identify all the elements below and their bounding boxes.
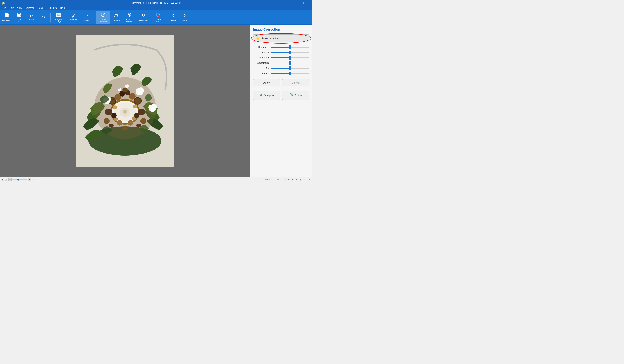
- save-icon: [17, 12, 22, 18]
- brightness-row: Brightness: [253, 46, 309, 48]
- denoise-button[interactable]: Denoise: [110, 11, 122, 24]
- tint-label: Tint: [253, 67, 269, 69]
- settings-icon[interactable]: ⚙: [309, 178, 311, 181]
- brightness-slider[interactable]: [271, 47, 309, 47]
- soften-button[interactable]: Soften: [282, 91, 309, 100]
- denoise-icon: [114, 13, 119, 19]
- svg-point-13: [117, 15, 118, 16]
- menu-tools[interactable]: Tools: [36, 6, 45, 10]
- svg-point-66: [122, 126, 128, 131]
- colorize-icon: [155, 12, 160, 18]
- save-as-button[interactable]: Saveas...: [14, 11, 25, 24]
- menu-file[interactable]: File: [1, 6, 8, 10]
- svg-point-61: [111, 113, 117, 118]
- tint-slider[interactable]: [271, 68, 309, 69]
- tint-row: Tint: [253, 67, 309, 69]
- soften-label: Soften: [294, 94, 302, 97]
- auto-correction-button[interactable]: ⭐ Auto correction: [253, 34, 309, 42]
- share-icon[interactable]: ↑: [300, 179, 301, 181]
- svg-point-56: [125, 85, 127, 87]
- photo-container: [76, 35, 174, 166]
- svg-point-38: [128, 120, 133, 126]
- svg-point-39: [113, 106, 117, 109]
- gamma-label: Gamma: [253, 72, 269, 75]
- redo-button[interactable]: ↪: [38, 11, 49, 24]
- menu-help[interactable]: Help: [59, 6, 67, 10]
- svg-rect-7: [56, 13, 61, 17]
- canvas-area[interactable]: [0, 25, 250, 177]
- save-as-label: Saveas...: [17, 19, 22, 23]
- time-label: Time (s): 0.1: [262, 179, 274, 181]
- cancel-button[interactable]: Cancel: [282, 79, 309, 86]
- image-correction-button[interactable]: ImageCorrection: [96, 11, 110, 24]
- zoom-out-button[interactable]: −: [8, 178, 12, 181]
- effect-buttons: Sharpen Soften: [253, 91, 309, 100]
- minimize-button[interactable]: ─: [296, 1, 300, 5]
- sharpen-icon: [259, 93, 263, 97]
- menu-edit[interactable]: Edit: [8, 6, 15, 10]
- menu-softorbits[interactable]: SoftOrbits: [45, 6, 58, 10]
- window-controls: ─ □ ✕: [296, 1, 311, 5]
- zoom-slider[interactable]: [12, 179, 27, 180]
- sharpen-label: Sharpen: [264, 94, 274, 97]
- maximize-button[interactable]: □: [301, 1, 305, 5]
- menu-view[interactable]: View: [15, 6, 24, 10]
- retouching-button[interactable]: Retouching: [137, 11, 151, 24]
- temperature-row: Temperature: [253, 62, 309, 64]
- view-icon-2[interactable]: ⊡: [5, 178, 7, 181]
- svg-point-58: [119, 88, 121, 90]
- reduce-blurring-label: Reduceblurring: [126, 19, 132, 23]
- next-button[interactable]: Next: [179, 11, 191, 24]
- remove-button[interactable]: 🖌 Remove: [68, 11, 79, 24]
- remove-label: Remove: [70, 19, 77, 21]
- soften-icon: [289, 93, 293, 97]
- toolbar-separator-2: [67, 13, 67, 22]
- undo-label: Undo: [29, 19, 34, 21]
- svg-point-16: [129, 14, 130, 15]
- original-image-button[interactable]: OriginalImage: [52, 11, 66, 24]
- saturation-label: Saturation: [253, 56, 269, 59]
- zoom-in-button[interactable]: +: [28, 178, 31, 181]
- star-icon: ⭐: [256, 36, 260, 41]
- sharpen-button[interactable]: Sharpen: [253, 91, 280, 100]
- svg-point-17: [142, 14, 145, 16]
- menu-bar: File Edit View Selection Tools SoftOrbit…: [0, 6, 312, 10]
- svg-point-31: [105, 109, 112, 115]
- image-dimensions: 3580x2408: [283, 179, 293, 181]
- temperature-slider[interactable]: [271, 63, 309, 63]
- panel-title: Image Correction: [253, 28, 309, 31]
- toolbar-separator-4: [166, 13, 166, 22]
- svg-point-36: [140, 118, 146, 124]
- previous-button[interactable]: Previous: [167, 11, 179, 24]
- add-files-button[interactable]: Add File(s)...: [1, 11, 13, 24]
- info-icon[interactable]: ℹ: [296, 178, 297, 181]
- undo-button[interactable]: ↩ Undo: [26, 11, 37, 24]
- contrast-slider[interactable]: [271, 52, 309, 53]
- svg-point-30: [134, 98, 141, 104]
- saturation-slider[interactable]: [271, 57, 309, 58]
- gamma-slider[interactable]: [271, 73, 309, 74]
- svg-point-46: [138, 91, 142, 95]
- menu-selection[interactable]: Selection: [24, 6, 36, 10]
- retouching-icon: [141, 13, 146, 19]
- undo-brush-button[interactable]: ↺ UndoBrush: [80, 11, 94, 24]
- reduce-blurring-button[interactable]: Reduceblurring: [122, 11, 136, 24]
- auto-correction-label: Auto correction: [261, 37, 279, 40]
- auto-correction-container: ⭐ Auto correction: [253, 34, 309, 42]
- apply-button[interactable]: Apply: [253, 79, 280, 86]
- right-panel: Image Correction ⭐ Auto correction Brigh…: [250, 25, 312, 177]
- remove-icon: 🖌: [72, 14, 76, 18]
- cloud-icon[interactable]: ☁: [304, 178, 306, 181]
- undo-brush-label: UndoBrush: [84, 18, 89, 22]
- contrast-row: Contrast: [253, 51, 309, 54]
- original-image-icon: [56, 12, 61, 18]
- next-label: Next: [183, 20, 187, 22]
- image-correction-label: ImageCorrection: [99, 19, 107, 23]
- title-bar: 🌟 SoftOrbits Photo Retoucher Pro - IMG_4…: [0, 0, 312, 6]
- contrast-label: Contrast: [253, 51, 269, 54]
- denoise-label: Denoise: [113, 20, 120, 22]
- view-icon-1[interactable]: ⊞: [1, 178, 3, 181]
- close-button[interactable]: ✕: [306, 1, 311, 5]
- colorize-button[interactable]: Colorizephoto: [151, 11, 165, 24]
- redo-icon: ↪: [42, 15, 45, 19]
